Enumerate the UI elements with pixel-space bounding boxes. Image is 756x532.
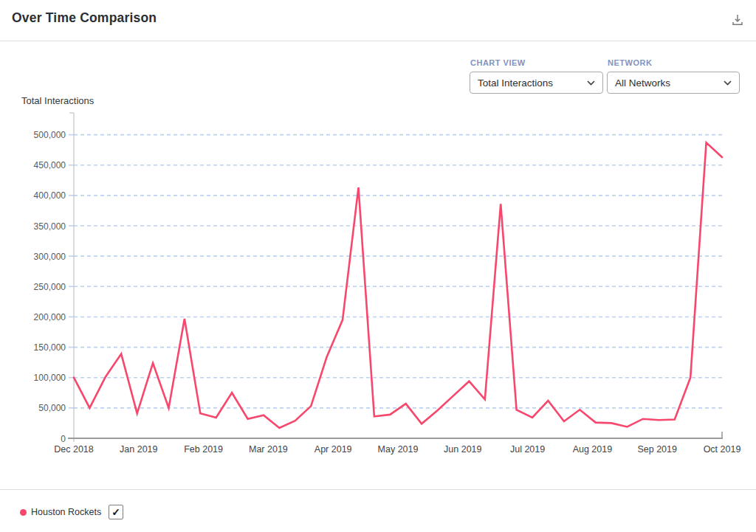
- chart-view-selected-value: Total Interactions: [478, 77, 553, 89]
- x-tick-label: Jan 2019: [120, 444, 157, 455]
- x-tick-label: Jul 2019: [510, 444, 545, 455]
- chart-view-select[interactable]: Total Interactions: [470, 72, 603, 94]
- x-tick-label: Jun 2019: [444, 444, 481, 455]
- y-tick-label: 150,000: [34, 342, 66, 353]
- network-select[interactable]: All Networks: [607, 72, 740, 94]
- x-tick-label: Aug 2019: [573, 444, 613, 455]
- footer-divider: [0, 489, 756, 490]
- series-visibility-checkbox[interactable]: ✓: [109, 505, 123, 519]
- download-button[interactable]: [728, 11, 747, 30]
- y-tick-label: 500,000: [34, 130, 66, 140]
- y-tick-label: 0: [61, 434, 66, 444]
- y-tick-label: 50,000: [38, 403, 66, 413]
- x-tick-label: May 2019: [378, 444, 419, 455]
- x-tick-label: Apr 2019: [315, 444, 352, 455]
- line-chart: 050,000100,000150,000200,000250,000300,0…: [0, 92, 756, 470]
- chart-view-label: CHART VIEW: [470, 58, 526, 67]
- y-tick-label: 350,000: [34, 221, 66, 232]
- y-tick-label: 450,000: [34, 160, 66, 170]
- y-tick-label: 250,000: [34, 282, 66, 292]
- x-tick-label: Mar 2019: [249, 444, 288, 455]
- x-tick-label: Oct 2019: [704, 444, 741, 455]
- y-tick-label: 200,000: [34, 312, 66, 322]
- y-tick-label: 300,000: [34, 252, 66, 262]
- legend-houston-rockets: Houston Rockets ✓: [20, 505, 123, 519]
- series-label: Houston Rockets: [31, 507, 101, 517]
- network-selected-value: All Networks: [615, 77, 670, 89]
- x-tick-label: Sep 2019: [637, 444, 677, 455]
- download-icon: [730, 13, 745, 27]
- y-tick-label: 400,000: [34, 190, 66, 201]
- y-tick-label: 100,000: [34, 373, 66, 383]
- x-tick-label: Dec 2018: [54, 444, 94, 455]
- chevron-down-icon: [724, 80, 732, 86]
- chevron-down-icon: [587, 80, 595, 86]
- page-title: Over Time Comparison: [12, 10, 157, 26]
- x-tick-label: Feb 2019: [184, 444, 223, 455]
- series-color-dot: [20, 509, 27, 516]
- header-divider: [0, 41, 756, 41]
- series-line-houston-rockets: [74, 142, 722, 428]
- network-label: NETWORK: [608, 58, 652, 67]
- over-time-comparison-panel: Over Time Comparison CHART VIEW Total In…: [0, 0, 756, 532]
